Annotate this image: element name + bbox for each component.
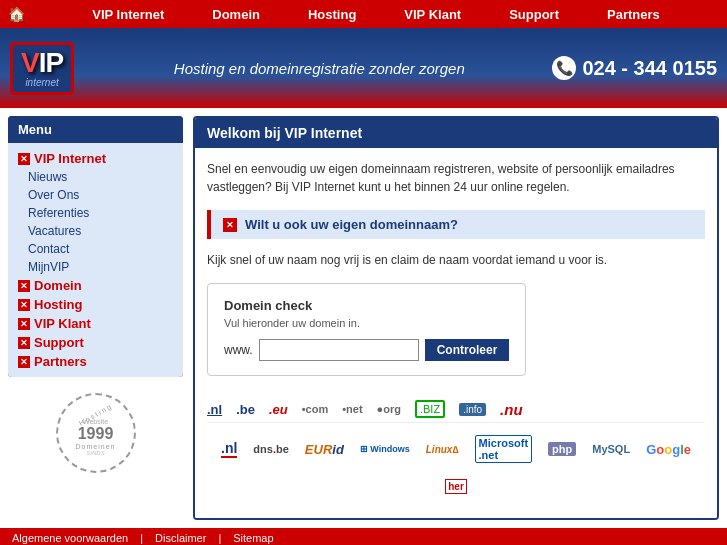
tld-be[interactable]: .be bbox=[236, 402, 255, 417]
stamp: Hosting Website 1999 Domeinen SINDS bbox=[8, 393, 183, 473]
partner-google: Google bbox=[646, 442, 691, 457]
tld-eu[interactable]: .eu bbox=[269, 402, 288, 417]
sidebar-item-over-ons[interactable]: Over Ons bbox=[18, 186, 173, 204]
partners-badge: ✕ bbox=[18, 356, 30, 368]
stamp-sinds: SINDS bbox=[86, 450, 104, 456]
domain-check-subtitle: Vul hieronder uw domein in. bbox=[224, 317, 509, 329]
stamp-year: 1999 bbox=[78, 425, 114, 443]
sidebar-link-vacatures[interactable]: Vacatures bbox=[28, 224, 81, 238]
tld-nu[interactable]: .nu bbox=[500, 401, 523, 418]
support-badge: ✕ bbox=[18, 337, 30, 349]
nav-links: VIP Internet Domein Hosting VIP Klant Su… bbox=[33, 7, 719, 22]
sidebar-item-hosting[interactable]: ✕ Hosting bbox=[18, 295, 173, 314]
partner-eurid: EURid bbox=[305, 442, 344, 457]
sidebar-link-vip-klant[interactable]: VIP Klant bbox=[34, 316, 91, 331]
sidebar-link-over-ons[interactable]: Over Ons bbox=[28, 188, 79, 202]
sidebar-link-hosting[interactable]: Hosting bbox=[34, 297, 82, 312]
tld-com[interactable]: •com bbox=[302, 403, 328, 415]
sidebar-item-vacatures[interactable]: Vacatures bbox=[18, 222, 173, 240]
domein-badge: ✕ bbox=[18, 280, 30, 292]
main-wrapper: Menu ✕ VIP Internet Nieuws Over Ons Refe… bbox=[0, 108, 727, 528]
footer-sep-1: | bbox=[140, 532, 143, 544]
footer-link-voorwaarden[interactable]: Algemene voorwaarden bbox=[12, 532, 128, 544]
phone-number: 📞 024 - 344 0155 bbox=[552, 56, 717, 80]
domain-promo-bar: ✕ Wilt u ook uw eigen domeinnaam? bbox=[207, 210, 705, 239]
nav-partners[interactable]: Partners bbox=[583, 7, 684, 22]
main-content: Welkom bij VIP Internet Snel en eenvoudi… bbox=[193, 116, 719, 520]
nav-domein[interactable]: Domein bbox=[188, 7, 284, 22]
sidebar-link-contact[interactable]: Contact bbox=[28, 242, 69, 256]
sidebar-item-referenties[interactable]: Referenties bbox=[18, 204, 173, 222]
tld-nl[interactable]: .nl bbox=[207, 402, 222, 417]
vip-klant-badge: ✕ bbox=[18, 318, 30, 330]
vip-internet-badge: ✕ bbox=[18, 153, 30, 165]
nav-vip-klant[interactable]: VIP Klant bbox=[380, 7, 485, 22]
content-header: Welkom bij VIP Internet bbox=[195, 118, 717, 148]
tld-net[interactable]: •net bbox=[342, 403, 362, 415]
sidebar-item-vip-klant[interactable]: ✕ VIP Klant bbox=[18, 314, 173, 333]
tld-biz[interactable]: .BIZ bbox=[415, 400, 445, 418]
sidebar-item-support[interactable]: ✕ Support bbox=[18, 333, 173, 352]
partner-linux: Linux∆ bbox=[426, 444, 459, 455]
sidebar-item-mijnvip[interactable]: MijnVIP bbox=[18, 258, 173, 276]
sidebar-item-partners[interactable]: ✕ Partners bbox=[18, 352, 173, 371]
domain-input[interactable] bbox=[259, 339, 419, 361]
sidebar-link-support[interactable]: Support bbox=[34, 335, 84, 350]
footer-sep-2: | bbox=[218, 532, 221, 544]
header-tagline: Hosting en domeinregistratie zonder zorg… bbox=[86, 60, 552, 77]
phone-icon: 📞 bbox=[552, 56, 576, 80]
nav-support[interactable]: Support bbox=[485, 7, 583, 22]
sidebar-item-nieuws[interactable]: Nieuws bbox=[18, 168, 173, 186]
controleer-button[interactable]: Controleer bbox=[425, 339, 510, 361]
sidebar-item-domein[interactable]: ✕ Domein bbox=[18, 276, 173, 295]
partner-mysql: MySQL bbox=[592, 443, 630, 455]
since-stamp: Hosting Website 1999 Domeinen SINDS bbox=[56, 393, 136, 473]
sidebar-title: Menu bbox=[8, 116, 183, 143]
site-footer: Algemene voorwaarden | Disclaimer | Site… bbox=[0, 528, 727, 545]
promo-icon: ✕ bbox=[223, 218, 237, 232]
partner-dnsbe: dns.be bbox=[253, 443, 288, 455]
domain-input-row: www. Controleer bbox=[224, 339, 509, 361]
sidebar-link-partners[interactable]: Partners bbox=[34, 354, 87, 369]
content-body: Snel en eenvoudig uw eigen domeinnaam re… bbox=[195, 148, 717, 518]
tld-info[interactable]: .info bbox=[459, 403, 486, 416]
logo-internet: internet bbox=[25, 77, 58, 88]
top-navigation: 🏠 VIP Internet Domein Hosting VIP Klant … bbox=[0, 0, 727, 28]
stamp-domeinen: Domeinen bbox=[76, 443, 116, 450]
sidebar-item-vip-internet[interactable]: ✕ VIP Internet bbox=[18, 149, 173, 168]
partner-dotnet: Microsoft.net bbox=[475, 435, 533, 463]
sidebar-link-vip-internet[interactable]: VIP Internet bbox=[34, 151, 106, 166]
partner-php: php bbox=[548, 442, 576, 456]
logo-box: VIP internet bbox=[10, 42, 74, 95]
www-label: www. bbox=[224, 343, 253, 357]
domain-check-box: Domein check Vul hieronder uw domein in.… bbox=[207, 283, 526, 376]
partner-nl: .nl bbox=[221, 440, 237, 458]
site-header: VIP internet Hosting en domeinregistrati… bbox=[0, 28, 727, 108]
nav-vip-internet[interactable]: VIP Internet bbox=[68, 7, 188, 22]
partner-windows: ⊞ Windows bbox=[360, 444, 410, 454]
sidebar-link-referenties[interactable]: Referenties bbox=[28, 206, 89, 220]
domain-check-title: Domein check bbox=[224, 298, 509, 313]
promo-text: Wilt u ook uw eigen domeinnaam? bbox=[245, 217, 458, 232]
tld-org[interactable]: ●org bbox=[377, 403, 401, 415]
logo-vip: VIP bbox=[21, 49, 63, 77]
home-icon[interactable]: 🏠 bbox=[8, 6, 25, 22]
footer-link-sitemap[interactable]: Sitemap bbox=[233, 532, 273, 544]
nav-hosting[interactable]: Hosting bbox=[284, 7, 380, 22]
partner-her: her bbox=[445, 479, 467, 494]
intro-text: Snel en eenvoudig uw eigen domeinnaam re… bbox=[207, 160, 705, 196]
sidebar-content: ✕ VIP Internet Nieuws Over Ons Referenti… bbox=[8, 143, 183, 377]
hosting-badge: ✕ bbox=[18, 299, 30, 311]
check-cta-text: Kijk snel of uw naam nog vrij is en clai… bbox=[207, 253, 705, 267]
partner-logos: .nl dns.be EURid ⊞ Windows Linux∆ Micros… bbox=[207, 422, 705, 506]
logo-area: VIP internet bbox=[10, 42, 86, 95]
footer-link-disclaimer[interactable]: Disclaimer bbox=[155, 532, 206, 544]
sidebar-item-contact[interactable]: Contact bbox=[18, 240, 173, 258]
tld-bar: .nl .be .eu •com •net ●org .BIZ .info .n… bbox=[207, 392, 705, 422]
sidebar-link-nieuws[interactable]: Nieuws bbox=[28, 170, 67, 184]
sidebar: Menu ✕ VIP Internet Nieuws Over Ons Refe… bbox=[8, 116, 183, 520]
sidebar-link-domein[interactable]: Domein bbox=[34, 278, 82, 293]
sidebar-link-mijnvip[interactable]: MijnVIP bbox=[28, 260, 69, 274]
sidebar-menu: Menu ✕ VIP Internet Nieuws Over Ons Refe… bbox=[8, 116, 183, 377]
